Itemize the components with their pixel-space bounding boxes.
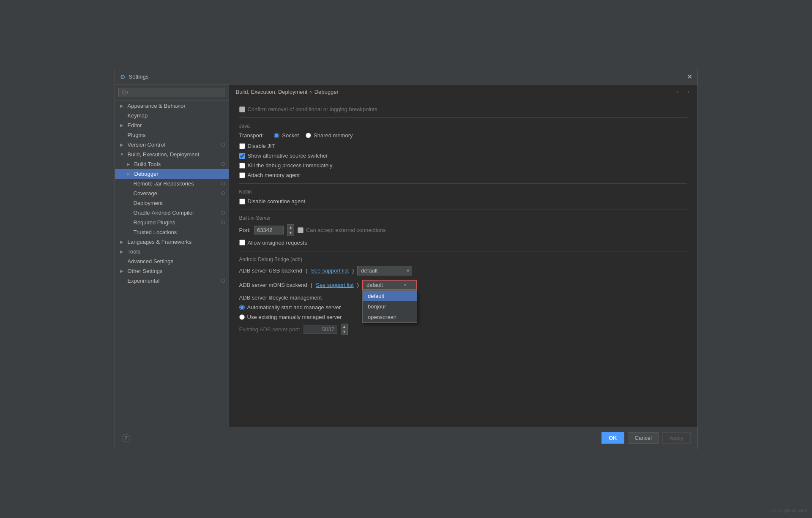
sidebar-item-advanced-settings[interactable]: Advanced Settings bbox=[115, 256, 229, 266]
confirm-removal-checkbox-wrapper: Confirm removal of conditional or loggin… bbox=[239, 106, 377, 112]
adb-usb-select-wrapper: default bbox=[357, 266, 412, 275]
attach-memory-checkbox[interactable] bbox=[239, 172, 245, 178]
sidebar-item-label: Tools bbox=[128, 248, 140, 255]
breadcrumb-current: Debugger bbox=[314, 89, 339, 95]
sidebar-item-editor[interactable]: ▶ Editor bbox=[115, 120, 229, 130]
repo-icon-2: ⬡ bbox=[221, 161, 225, 167]
forward-button[interactable]: → bbox=[684, 88, 691, 95]
adb-usb-select[interactable]: default bbox=[357, 266, 412, 275]
sidebar-item-build-exec[interactable]: ▼ Build, Execution, Deployment bbox=[115, 150, 229, 159]
sidebar-item-deployment[interactable]: Deployment bbox=[115, 198, 229, 208]
cancel-button[interactable]: Cancel bbox=[628, 432, 659, 444]
disable-coroutine-checkbox[interactable] bbox=[239, 199, 245, 204]
search-input[interactable] bbox=[118, 88, 225, 97]
sidebar-item-label: Coverage bbox=[134, 190, 157, 196]
shared-memory-radio[interactable] bbox=[306, 133, 311, 138]
auto-start-label[interactable]: Automatically start and manage server bbox=[239, 304, 341, 311]
sidebar-item-label: Editor bbox=[128, 122, 142, 128]
allow-unsigned-label[interactable]: Allow unsigned requests bbox=[239, 240, 307, 246]
disable-coroutine-row: Disable coroutine agent bbox=[239, 198, 687, 204]
repo-icon-7: ⬡ bbox=[221, 278, 225, 284]
sidebar-item-label: Version Control bbox=[128, 142, 165, 148]
sidebar-item-label: Trusted Locations bbox=[134, 229, 177, 235]
adb-mdns-popup: default bonjour openscreen bbox=[362, 290, 417, 323]
adb-separator bbox=[239, 251, 687, 251]
dropdown-option-bonjour[interactable]: bonjour bbox=[363, 301, 417, 312]
sidebar-item-label: Plugins bbox=[128, 132, 146, 138]
disable-jit-row: Disable JIT bbox=[239, 143, 687, 149]
auto-start-radio[interactable] bbox=[239, 305, 245, 310]
existing-port-down-button[interactable]: ▼ bbox=[341, 329, 347, 335]
socket-radio-label[interactable]: Socket bbox=[274, 132, 299, 139]
sidebar-item-appearance[interactable]: ▶ Appearance & Behavior bbox=[115, 101, 229, 111]
builtin-server-label: Built-in Server bbox=[239, 215, 687, 221]
disable-coroutine-label[interactable]: Disable coroutine agent bbox=[239, 198, 306, 204]
port-down-button[interactable]: ▼ bbox=[287, 230, 294, 236]
content-scroll: Confirm removal of conditional or loggin… bbox=[229, 99, 697, 427]
chevron-right-icon: ▶ bbox=[127, 162, 133, 166]
shared-memory-radio-label[interactable]: Shared memory bbox=[306, 132, 353, 139]
use-existing-label[interactable]: Use existing manually managed server bbox=[239, 314, 342, 320]
sidebar-item-other-settings[interactable]: ▶ Other Settings bbox=[115, 266, 229, 276]
kill-debug-checkbox[interactable] bbox=[239, 163, 245, 169]
confirm-removal-checkbox[interactable] bbox=[239, 106, 245, 112]
ok-button[interactable]: OK bbox=[601, 432, 624, 444]
can-accept-label[interactable]: Can accept external connections bbox=[298, 227, 386, 233]
sidebar: ▶ Appearance & Behavior Keymap ▶ Editor … bbox=[115, 85, 229, 427]
sidebar-item-trusted-locations[interactable]: Trusted Locations bbox=[115, 227, 229, 237]
show-alt-source-label[interactable]: Show alternative source switcher bbox=[239, 153, 328, 159]
sidebar-item-languages[interactable]: ▶ Languages & Frameworks bbox=[115, 237, 229, 247]
transport-label: Transport: bbox=[239, 132, 264, 139]
chevron-right-icon: ▶ bbox=[120, 142, 126, 147]
existing-port-up-button[interactable]: ▲ bbox=[341, 324, 347, 330]
back-button[interactable]: ← bbox=[675, 88, 682, 95]
sidebar-item-coverage[interactable]: Coverage ⬡ bbox=[115, 188, 229, 198]
attach-memory-row: Attach memory agent bbox=[239, 172, 687, 178]
see-support-list-2-link[interactable]: See support list bbox=[316, 282, 354, 288]
adb-lifecycle-label: ADB server lifecycle management bbox=[239, 294, 687, 301]
socket-radio[interactable] bbox=[274, 133, 279, 138]
sidebar-item-version-control[interactable]: ▶ Version Control ⬡ bbox=[115, 140, 229, 150]
sidebar-item-label: Experimental bbox=[128, 278, 160, 284]
attach-memory-label[interactable]: Attach memory agent bbox=[239, 172, 300, 178]
sidebar-item-label: Build Tools bbox=[134, 161, 161, 167]
disable-jit-checkbox[interactable] bbox=[239, 143, 245, 149]
port-up-button[interactable]: ▲ bbox=[287, 225, 294, 230]
adb-mdns-trigger[interactable]: default ▾ bbox=[362, 280, 417, 290]
sidebar-item-experimental[interactable]: Experimental ⬡ bbox=[115, 276, 229, 286]
can-accept-checkbox[interactable] bbox=[298, 227, 303, 233]
see-support-list-1-link[interactable]: See support list bbox=[311, 267, 349, 274]
chevron-right-icon: ▶ bbox=[120, 240, 126, 244]
existing-port-input[interactable] bbox=[303, 325, 337, 334]
repo-icon-6: ⬡ bbox=[221, 220, 225, 225]
close-button[interactable]: ✕ bbox=[687, 73, 692, 81]
adb-mdns-label: ADB server mDNS backend bbox=[239, 282, 307, 288]
bottom-bar: ? OK Cancel Apply bbox=[115, 427, 697, 449]
dialog-title: Settings bbox=[129, 74, 149, 80]
sidebar-item-label: Remote Jar Repositories bbox=[134, 180, 194, 187]
sidebar-item-debugger[interactable]: ▶ Debugger bbox=[115, 169, 229, 179]
apply-button[interactable]: Apply bbox=[662, 432, 691, 444]
sidebar-item-plugins[interactable]: Plugins bbox=[115, 130, 229, 140]
disable-jit-label[interactable]: Disable JIT bbox=[239, 143, 275, 149]
repo-icon: ⬡ bbox=[221, 142, 225, 147]
shared-memory-label: Shared memory bbox=[314, 132, 353, 139]
dropdown-option-default[interactable]: default bbox=[363, 291, 417, 301]
existing-port-label: Existing ADB server port: bbox=[239, 326, 301, 333]
sidebar-item-keymap[interactable]: Keymap bbox=[115, 111, 229, 120]
show-alt-source-row: Show alternative source switcher bbox=[239, 153, 687, 159]
chevron-right-icon: ▶ bbox=[120, 123, 126, 128]
sidebar-item-gradle-android[interactable]: Gradle-Android Compiler ⬡ bbox=[115, 208, 229, 218]
show-alt-source-checkbox[interactable] bbox=[239, 153, 245, 159]
sidebar-item-tools[interactable]: ▶ Tools bbox=[115, 247, 229, 256]
allow-unsigned-checkbox[interactable] bbox=[239, 240, 245, 245]
port-input[interactable] bbox=[254, 226, 284, 234]
use-existing-radio[interactable] bbox=[239, 314, 245, 320]
dropdown-option-openscreen[interactable]: openscreen bbox=[363, 312, 417, 322]
transport-row: Transport: Socket Shared memory bbox=[239, 132, 687, 139]
sidebar-item-build-tools[interactable]: ▶ Build Tools ⬡ bbox=[115, 159, 229, 169]
help-button[interactable]: ? bbox=[122, 434, 130, 442]
sidebar-item-required-plugins[interactable]: Required Plugins ⬡ bbox=[115, 218, 229, 227]
kill-debug-label[interactable]: Kill the debug process immediately bbox=[239, 162, 333, 169]
sidebar-item-remote-jar[interactable]: Remote Jar Repositories ⬡ bbox=[115, 179, 229, 188]
